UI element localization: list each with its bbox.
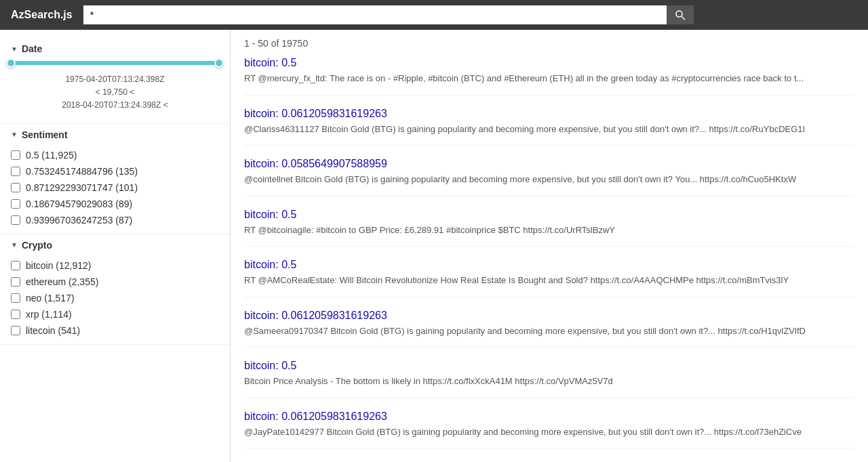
crypto-checkbox-0[interactable]: [11, 261, 20, 270]
sentiment-item-1[interactable]: 0.753245174884796 (135): [11, 163, 219, 180]
result-item-3: bitcoin: 0.5 RT @bitcoinagile: #bitcoin …: [244, 209, 854, 247]
date-max-label: 2018-04-20T07:13:24.398Z <: [11, 99, 219, 112]
sentiment-item-label-3: 0.186794579029083 (89): [26, 198, 132, 209]
search-button[interactable]: [667, 5, 694, 24]
crypto-facet-label: Crypto: [22, 240, 52, 251]
result-title-7[interactable]: bitcoin: 0.0612059831619263: [244, 411, 854, 423]
crypto-arrow-icon: ▼: [11, 241, 18, 249]
result-item-4: bitcoin: 0.5 RT @AMCoRealEstate: Will Bi…: [244, 259, 854, 297]
result-item-6: bitcoin: 0.5 Bitcoin Price Analysis - Th…: [244, 360, 854, 398]
sentiment-item-3[interactable]: 0.186794579029083 (89): [11, 196, 219, 212]
sentiment-items-container: 0.5 (11,925) 0.753245174884796 (135) 0.8…: [11, 147, 219, 228]
result-item-2: bitcoin: 0.0585649907588959 @cointellnet…: [244, 158, 854, 196]
date-facet-header[interactable]: ▼ Date: [11, 43, 219, 54]
result-title-2[interactable]: bitcoin: 0.0585649907588959: [244, 158, 854, 170]
date-arrow-icon: ▼: [11, 45, 18, 53]
date-count-label: < 19,750 <: [11, 86, 219, 99]
sentiment-item-label-0: 0.5 (11,925): [26, 150, 77, 161]
date-slider-thumb-right[interactable]: [214, 58, 224, 68]
sidebar: ▼ Date 1975-04-20T07:13:24.398Z < 19,750…: [0, 30, 231, 462]
result-snippet-2: @cointellnet Bitcoin Gold (BTG) is gaini…: [244, 173, 827, 186]
sentiment-facet-section: ▼ Sentiment 0.5 (11,925) 0.7532451748847…: [0, 124, 230, 234]
sentiment-item-0[interactable]: 0.5 (11,925): [11, 147, 219, 163]
date-min-label: 1975-04-20T07:13:24.398Z: [11, 73, 219, 86]
crypto-item-1[interactable]: ethereum (2,355): [11, 274, 219, 290]
result-title-1[interactable]: bitcoin: 0.0612059831619263: [244, 108, 854, 120]
result-snippet-4: RT @AMCoRealEstate: Will Bitcoin Revolut…: [244, 274, 827, 287]
main-content: 1 - 50 of 19750 bitcoin: 0.5 RT @mercury…: [231, 30, 868, 462]
result-snippet-1: @Clariss46311127 Bitcoin Gold (BTG) is g…: [244, 123, 827, 136]
app-title: AzSearch.js: [11, 9, 73, 21]
search-input[interactable]: [83, 5, 667, 24]
crypto-item-0[interactable]: bitcoin (12,912): [11, 257, 219, 274]
sentiment-item-label-4: 0.939967036247253 (87): [26, 215, 132, 226]
search-icon: [675, 9, 686, 20]
results-list: bitcoin: 0.5 RT @mercury_fx_ltd: The rac…: [244, 57, 854, 448]
sentiment-checkbox-0[interactable]: [11, 150, 20, 160]
crypto-item-label-3: xrp (1,114): [26, 309, 72, 320]
result-title-4[interactable]: bitcoin: 0.5: [244, 259, 854, 271]
crypto-checkbox-2[interactable]: [11, 293, 20, 303]
date-range-container: 1975-04-20T07:13:24.398Z < 19,750 < 2018…: [11, 61, 219, 112]
sentiment-item-label-1: 0.753245174884796 (135): [26, 166, 138, 177]
layout: ▼ Date 1975-04-20T07:13:24.398Z < 19,750…: [0, 30, 868, 462]
sentiment-facet-header[interactable]: ▼ Sentiment: [11, 129, 219, 140]
crypto-items-container: bitcoin (12,912) ethereum (2,355) neo (1…: [11, 257, 219, 339]
sentiment-item-2[interactable]: 0.871292293071747 (101): [11, 180, 219, 196]
sentiment-checkbox-1[interactable]: [11, 167, 20, 176]
crypto-facet-header[interactable]: ▼ Crypto: [11, 240, 219, 251]
result-title-0[interactable]: bitcoin: 0.5: [244, 57, 854, 69]
svg-line-1: [682, 17, 685, 20]
crypto-item-3[interactable]: xrp (1,114): [11, 306, 219, 322]
result-title-3[interactable]: bitcoin: 0.5: [244, 209, 854, 221]
result-item-7: bitcoin: 0.0612059831619263 @JayPate1014…: [244, 411, 854, 449]
result-snippet-3: RT @bitcoinagile: #bitcoin to GBP Price:…: [244, 224, 827, 237]
crypto-item-label-0: bitcoin (12,912): [26, 260, 92, 271]
result-snippet-7: @JayPate10142977 Bitcoin Gold (BTG) is g…: [244, 425, 827, 439]
result-snippet-0: RT @mercury_fx_ltd: The race is on - #Ri…: [244, 72, 827, 85]
svg-point-0: [676, 11, 682, 17]
result-snippet-6: Bitcoin Price Analysis - The bottom is l…: [244, 375, 827, 388]
date-slider-fill: [11, 61, 219, 65]
date-slider-thumb-left[interactable]: [6, 58, 16, 68]
sentiment-checkbox-3[interactable]: [11, 199, 20, 209]
crypto-item-label-2: neo (1,517): [26, 293, 75, 303]
crypto-item-label-4: litecoin (541): [26, 325, 80, 336]
result-snippet-5: @Sameera09170347 Bitcoin Gold (BTG) is g…: [244, 324, 827, 338]
date-facet-section: ▼ Date 1975-04-20T07:13:24.398Z < 19,750…: [0, 38, 230, 124]
crypto-item-4[interactable]: litecoin (541): [11, 322, 219, 339]
sentiment-item-label-2: 0.871292293071747 (101): [26, 182, 138, 193]
sentiment-checkbox-2[interactable]: [11, 183, 20, 192]
sentiment-facet-label: Sentiment: [22, 129, 68, 140]
result-item-1: bitcoin: 0.0612059831619263 @Clariss4631…: [244, 108, 854, 146]
sentiment-arrow-icon: ▼: [11, 131, 18, 138]
crypto-item-2[interactable]: neo (1,517): [11, 290, 219, 306]
crypto-item-label-1: ethereum (2,355): [26, 276, 98, 287]
sentiment-checkbox-4[interactable]: [11, 215, 20, 225]
result-item-0: bitcoin: 0.5 RT @mercury_fx_ltd: The rac…: [244, 57, 854, 96]
result-title-5[interactable]: bitcoin: 0.0612059831619263: [244, 310, 854, 322]
date-facet-label: Date: [22, 43, 42, 54]
results-count: 1 - 50 of 19750: [244, 38, 854, 49]
date-slider-track[interactable]: [11, 61, 219, 65]
date-info: 1975-04-20T07:13:24.398Z < 19,750 < 2018…: [11, 73, 219, 112]
result-title-6[interactable]: bitcoin: 0.5: [244, 360, 854, 372]
crypto-facet-section: ▼ Crypto bitcoin (12,912) ethereum (2,35…: [0, 234, 230, 345]
crypto-checkbox-4[interactable]: [11, 326, 20, 335]
header: AzSearch.js: [0, 0, 868, 30]
result-item-5: bitcoin: 0.0612059831619263 @Sameera0917…: [244, 310, 854, 348]
crypto-checkbox-1[interactable]: [11, 277, 20, 287]
search-form: [83, 5, 694, 24]
sentiment-item-4[interactable]: 0.939967036247253 (87): [11, 212, 219, 228]
crypto-checkbox-3[interactable]: [11, 310, 20, 319]
